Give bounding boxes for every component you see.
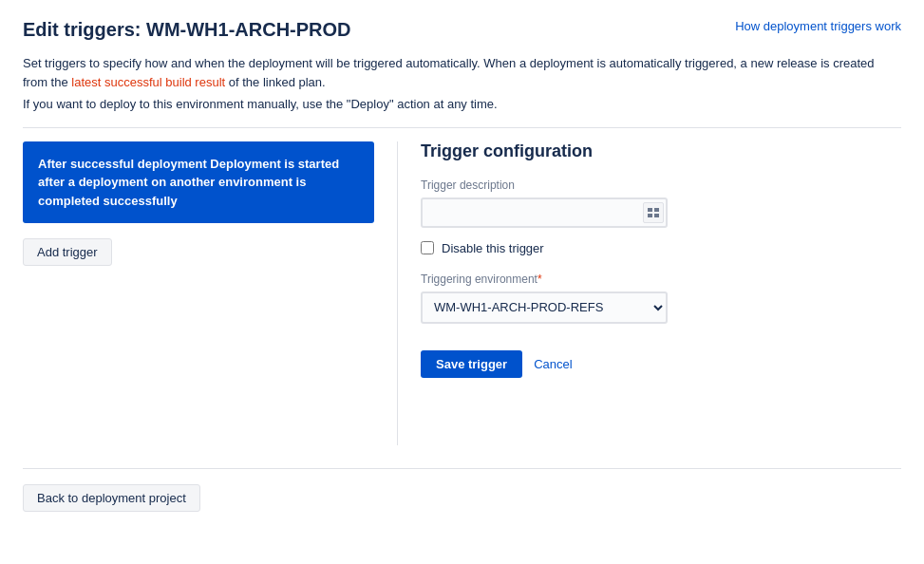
env-select-wrapper: Triggering environment* WM-WH1-ARCH-PROD… <box>421 273 901 324</box>
svg-rect-0 <box>648 208 652 212</box>
description-line3: If you want to deploy to this environmen… <box>23 95 901 114</box>
add-trigger-button[interactable]: Add trigger <box>23 238 112 266</box>
main-content: After successful deployment Deployment i… <box>23 141 901 445</box>
save-trigger-button[interactable]: Save trigger <box>421 350 522 378</box>
description-field-label: Trigger description <box>421 179 901 192</box>
vertical-divider <box>397 141 398 445</box>
trigger-item-active[interactable]: After successful deployment Deployment i… <box>23 141 374 224</box>
bottom-divider <box>23 468 901 469</box>
help-link[interactable]: How deployment triggers work <box>735 19 901 33</box>
page-title: Edit triggers: WM-WH1-ARCH-PROD <box>23 19 351 41</box>
description-input-container <box>421 197 668 228</box>
right-panel: Trigger configuration Trigger descriptio… <box>421 141 901 445</box>
action-buttons: Save trigger Cancel <box>421 350 901 378</box>
description-block: Set triggers to specify how and when the… <box>23 54 901 114</box>
triggering-env-label: Triggering environment* <box>421 273 901 286</box>
disable-trigger-row: Disable this trigger <box>421 241 901 255</box>
svg-rect-3 <box>654 214 659 217</box>
picker-icon[interactable] <box>643 202 664 223</box>
svg-rect-2 <box>648 214 652 217</box>
cancel-link[interactable]: Cancel <box>534 357 572 371</box>
disable-trigger-label[interactable]: Disable this trigger <box>442 241 544 255</box>
svg-rect-1 <box>654 208 659 212</box>
top-divider <box>23 127 901 128</box>
disable-trigger-checkbox[interactable] <box>421 241 434 254</box>
trigger-description-input[interactable] <box>421 197 668 228</box>
config-title: Trigger configuration <box>421 141 901 161</box>
back-to-deployment-button[interactable]: Back to deployment project <box>23 484 200 512</box>
triggering-environment-select[interactable]: WM-WH1-ARCH-PROD-REFS WM-WH1-ARCH-PROD W… <box>421 291 668 324</box>
description-line1: Set triggers to specify how and when the… <box>23 54 901 91</box>
left-panel: After successful deployment Deployment i… <box>23 141 374 445</box>
